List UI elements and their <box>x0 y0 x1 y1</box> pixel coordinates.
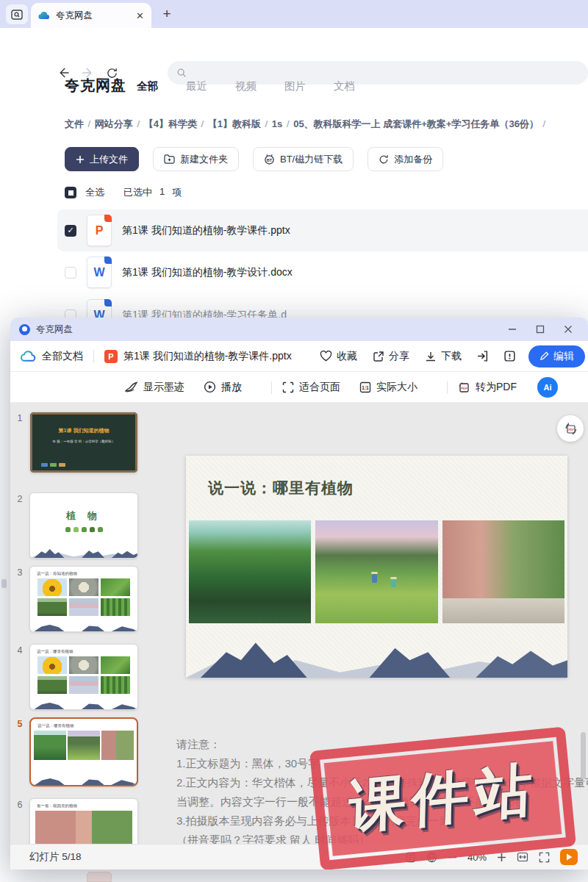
drive-actions: 上传文件 新建文件夹 BT BT/磁力链下载 添加备份 <box>65 147 443 171</box>
slide-thumbnail-4[interactable]: 4 说一说：哪里有植物 <box>10 644 154 710</box>
slide-counter: 幻灯片 5/18 <box>29 850 82 864</box>
breadcrumb-item[interactable]: 网站分享 <box>95 118 144 129</box>
favorite-button[interactable]: 收藏 <box>320 350 357 363</box>
tab-all[interactable]: 全部 <box>137 79 158 93</box>
breadcrumb-item-current[interactable]: 05、教科版科学一上 成套课件+教案+学习任务单（36份） <box>293 118 547 129</box>
fullscreen-icon[interactable] <box>539 852 550 863</box>
photo-row <box>31 731 137 760</box>
present-play-button[interactable] <box>560 849 578 865</box>
quark-cloud-favicon <box>38 11 50 20</box>
tab-video[interactable]: 视频 <box>235 79 257 93</box>
search-input[interactable] <box>193 68 579 79</box>
zoom-in-icon[interactable] <box>497 853 506 862</box>
file-checkbox-checked[interactable]: ✓ <box>65 225 76 237</box>
bt-download-label: BT/磁力链下载 <box>280 153 343 166</box>
file-checkbox[interactable] <box>65 267 76 279</box>
breadcrumb-item[interactable]: 【1】教科版 <box>208 118 272 129</box>
breadcrumb-item[interactable]: 1s <box>272 118 293 129</box>
play-slideshow-button[interactable]: 播放 <box>204 381 242 394</box>
share-icon <box>373 351 384 362</box>
add-backup-button[interactable]: 添加备份 <box>368 147 443 171</box>
watermark-stamp: 课件站 <box>309 727 576 870</box>
svg-text:PDF: PDF <box>461 386 467 390</box>
download-label: 下载 <box>441 350 462 363</box>
new-tab-button[interactable]: + <box>159 6 175 22</box>
slide1-title: 第1课 我们知道的植物 <box>32 427 135 434</box>
quark-logo-icon <box>19 324 30 335</box>
share-button[interactable]: 分享 <box>373 350 409 363</box>
file-row[interactable]: ✓ P 第1课 我们知道的植物-教学课件.pptx <box>57 209 588 251</box>
watermark-text: 课件站 <box>348 750 539 846</box>
edit-button[interactable]: 编辑 <box>528 345 585 368</box>
ai-label: Ai <box>544 383 552 392</box>
tab-image[interactable]: 图片 <box>284 79 306 93</box>
ai-assistant-button[interactable]: Ai <box>537 377 558 398</box>
download-button[interactable]: 下载 <box>425 350 462 363</box>
actual-size-icon: 1:1 <box>359 381 371 393</box>
file-name[interactable]: 第1课 我们知道的植物-教学课件.pptx <box>122 224 290 237</box>
actual-size-button[interactable]: 1:1 实际大小 <box>359 381 417 394</box>
pptx-mini-icon: P <box>104 350 118 363</box>
slide-thumbnail-3[interactable]: 3 说一说：你知道的植物 <box>10 566 154 632</box>
tab-doc[interactable]: 文档 <box>334 79 355 93</box>
slide-thumbnail-6[interactable]: 6 看一看：校园里的植物 <box>10 798 154 844</box>
file-name[interactable]: 第1课 我们知道的植物-教学设计.docx <box>122 266 293 279</box>
bt-icon: BT <box>264 154 275 165</box>
convert-pdf-button[interactable]: PDF 转为PDF <box>458 381 517 394</box>
window-title-bar[interactable]: 夸克网盘 <box>10 318 588 341</box>
play-label: 播放 <box>221 381 242 394</box>
select-all-label[interactable]: 全选 <box>85 186 104 199</box>
select-all-checkbox[interactable] <box>65 187 76 198</box>
divider <box>271 381 272 394</box>
tab-close-icon[interactable]: ✕ <box>136 11 144 21</box>
scrollbar-thumb[interactable] <box>581 732 586 779</box>
upload-button[interactable]: 上传文件 <box>65 147 139 171</box>
slide-thumbnail-5-selected[interactable]: 5 说一说：哪里有植物 <box>10 717 154 786</box>
slide-thumbnail-2[interactable]: 2 植 物 <box>10 492 154 559</box>
sidebar-search-icon[interactable] <box>6 4 28 24</box>
cloud-drive-icon[interactable] <box>21 351 36 362</box>
pdf-convert-icon: PDF <box>458 381 470 393</box>
left-edge-mark <box>1 579 7 588</box>
browser-tab[interactable]: 夸克网盘 ✕ <box>31 3 151 28</box>
file-row[interactable]: W 第1课 我们知道的植物-教学设计.docx <box>57 251 588 293</box>
fit-page-button[interactable]: 适合页面 <box>282 381 340 394</box>
heart-icon <box>320 351 332 362</box>
share-label: 分享 <box>389 350 409 363</box>
bt-download-button[interactable]: BT BT/磁力链下载 <box>253 147 354 171</box>
fit-width-icon[interactable] <box>517 852 528 862</box>
minimize-icon[interactable] <box>501 321 523 337</box>
tab-recent[interactable]: 最近 <box>186 79 207 93</box>
slide-number: 3 <box>10 566 29 632</box>
ink-pen-icon <box>125 381 138 392</box>
preview-window: 夸克网盘 全部文档 P 第1课 我们知道的植物-教学课件.pptx 收藏 分享 … <box>10 318 588 870</box>
slide-number: 4 <box>10 644 29 710</box>
pdf-convert-float-button[interactable]: PDF <box>557 415 584 442</box>
new-folder-button[interactable]: 新建文件夹 <box>153 147 239 171</box>
save-to-drive-icon[interactable] <box>476 350 489 362</box>
breadcrumb-item[interactable]: 文件 <box>65 118 95 129</box>
show-ink-button[interactable]: 显示墨迹 <box>125 381 184 394</box>
close-icon[interactable] <box>557 321 579 337</box>
search-icon <box>176 68 187 78</box>
breadcrumb-item[interactable]: 【4】科学类 <box>144 118 208 129</box>
photo-grid <box>30 578 137 616</box>
slide-thumbnail-1[interactable]: 1 第1课 我们知道的植物 年 级：一年级 学 科：小学科学（教科版） <box>10 412 154 473</box>
svg-text:PDF: PDF <box>568 429 574 431</box>
folder-plus-icon <box>164 154 175 164</box>
maximize-icon[interactable] <box>529 321 551 337</box>
park-lake-photo <box>189 520 311 623</box>
slide-title: 说一说：哪里有植物 <box>208 478 354 498</box>
current-slide: 说一说：哪里有植物 <box>186 456 567 678</box>
pen-icon <box>539 351 549 361</box>
all-docs-link[interactable]: 全部文档 <box>42 350 83 363</box>
slide-thumbnail-panel[interactable]: 1 第1课 我们知道的植物 年 级：一年级 学 科：小学科学（教科版） 2 植 … <box>10 403 154 844</box>
feedback-icon[interactable] <box>503 350 516 362</box>
viewer-file-name: 第1课 我们知道的植物-教学课件.pptx <box>123 350 292 363</box>
pptx-file-icon: P <box>87 215 112 246</box>
browser-tab-bar: 夸克网盘 ✕ + <box>0 0 588 28</box>
page-title: 夸克网盘 <box>65 76 126 96</box>
slide1-subtitle: 年 级：一年级 学 科：小学科学（教科版） <box>32 440 135 443</box>
slide3-title: 说一说：你知道的植物 <box>37 571 137 576</box>
play-circle-icon <box>204 381 216 393</box>
